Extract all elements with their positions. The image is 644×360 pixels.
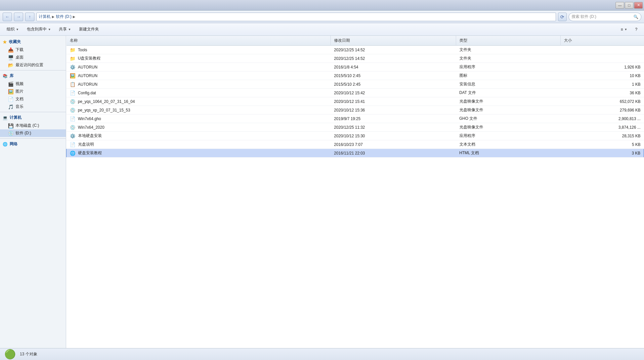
minimize-button[interactable]: —	[616, 2, 624, 9]
sidebar-section-computer: 💻 计算机 💾 本地磁盘 (C:) 💿 软件 (D:)	[0, 113, 66, 137]
file-icon: 💿	[70, 125, 75, 130]
file-name-cell: 📋AUTORUN	[66, 80, 331, 89]
sidebar-computer-header[interactable]: 💻 计算机	[0, 113, 66, 122]
refresh-button[interactable]: ⟳	[558, 13, 567, 21]
file-size: 279,696 KB	[560, 106, 644, 114]
file-name: AUTORUN	[78, 73, 98, 78]
sidebar-section-favorites: ★ 收藏夹 📥 下载 🖥️ 桌面 📂 最近访问的位置	[0, 38, 66, 69]
file-icon: 💿	[70, 108, 75, 113]
sidebar-item-desktop[interactable]: 🖥️ 桌面	[0, 54, 66, 61]
breadcrumb-software[interactable]: 软件 (D:)	[56, 14, 71, 20]
table-row[interactable]: 📋AUTORUN2015/5/10 2:45安装信息1 KB	[66, 80, 644, 89]
table-row[interactable]: 📄Config.dat2020/10/12 15:42DAT 文件36 KB	[66, 89, 644, 97]
forward-button[interactable]: →	[14, 13, 23, 21]
file-name-cell: 📁Tools	[66, 46, 331, 54]
sidebar-library-header[interactable]: 📚 库	[0, 72, 66, 80]
sidebar-network-header[interactable]: 🌐 网络	[0, 140, 66, 148]
file-modified: 2020/10/12 15:42	[331, 89, 456, 97]
col-header-type[interactable]: 类型	[456, 36, 561, 46]
download-label: 下载	[16, 47, 23, 53]
sidebar-favorites-header[interactable]: ★ 收藏夹	[0, 38, 66, 46]
file-icon: 📁	[70, 47, 75, 53]
file-type: DAT 文件	[456, 89, 561, 97]
up-button[interactable]: ↑	[25, 13, 34, 21]
view-chevron-icon: ▼	[624, 28, 627, 31]
breadcrumb[interactable]: 计算机 ▶ 软件 (D:) ▶	[36, 13, 556, 21]
table-row[interactable]: ⚙️AUTORUN2016/1/8 4:54应用程序1,926 KB	[66, 63, 644, 71]
table-row[interactable]: 🌐硬盘安装教程2016/11/21 22:03HTML 文档3 KB	[66, 149, 644, 158]
col-header-name[interactable]: 名称	[66, 36, 331, 46]
view-button[interactable]: ≡ ▼	[617, 25, 630, 34]
file-name: pe_yqs_xp_20_07_31_15_53	[78, 108, 130, 112]
file-name: Win7x64.gho	[78, 116, 101, 121]
table-row[interactable]: 🖼️AUTORUN2015/5/10 2:45图标10 KB	[66, 71, 644, 80]
file-icon: 📄	[70, 116, 75, 121]
file-area: 名称 修改日期 类型 大小 📁Tools2020/12/25 14:52文件夹📁…	[66, 36, 644, 348]
status-count: 13 个对象	[20, 351, 37, 357]
recent-icon: 📂	[8, 63, 14, 68]
table-row[interactable]: 📁Tools2020/12/25 14:52文件夹	[66, 46, 644, 54]
sidebar-item-music[interactable]: 🎵 音乐	[0, 103, 66, 111]
sidebar: ★ 收藏夹 📥 下载 🖥️ 桌面 📂 最近访问的位置 📚 库	[0, 36, 66, 348]
table-row[interactable]: 💿pe_yqs_xp_20_07_31_15_532020/10/12 15:3…	[66, 106, 644, 114]
col-header-size[interactable]: 大小	[560, 36, 644, 46]
new-folder-label: 新建文件夹	[79, 26, 99, 32]
video-icon: 🎬	[8, 81, 14, 87]
window-controls: — □ ✕	[616, 2, 643, 9]
music-label: 音乐	[16, 104, 23, 110]
table-row[interactable]: 💿pe_yqs_1064_20_07_31_16_042020/10/12 15…	[66, 97, 644, 106]
file-icon: 🌐	[70, 151, 75, 156]
library-icon: 📚	[3, 74, 8, 78]
toolbar: 组织 ▼ 包含到库中 ▼ 共享 ▼ 新建文件夹 ≡ ▼ ?	[0, 23, 644, 36]
new-folder-button[interactable]: 新建文件夹	[76, 25, 102, 34]
file-name-cell: 💿pe_yqs_xp_20_07_31_15_53	[66, 106, 331, 114]
close-button[interactable]: ✕	[634, 2, 643, 9]
col-header-modified[interactable]: 修改日期	[331, 36, 456, 46]
favorites-label: 收藏夹	[9, 39, 21, 45]
table-row[interactable]: ⚙️本地硬盘安装2020/10/12 15:30应用程序28,315 KB	[66, 132, 644, 140]
file-icon: 💿	[70, 99, 75, 104]
sidebar-item-download[interactable]: 📥 下载	[0, 46, 66, 54]
file-name-cell: 💿pe_yqs_1064_20_07_31_16_04	[66, 97, 331, 106]
sidebar-item-image[interactable]: 🖼️ 图片	[0, 88, 66, 95]
share-button[interactable]: 共享 ▼	[56, 25, 74, 34]
file-name-cell: 📄Win7x64.gho	[66, 114, 331, 123]
table-row[interactable]: 📄Win7x64.gho2019/9/7 19:25GHO 文件2,900,81…	[66, 114, 644, 123]
breadcrumb-computer[interactable]: 计算机	[39, 14, 51, 20]
organize-button[interactable]: 组织 ▼	[3, 25, 22, 34]
table-row[interactable]: 📁U盘安装教程2020/12/25 14:52文件夹	[66, 54, 644, 63]
file-size: 2,900,813 ...	[560, 114, 644, 123]
sidebar-item-software-d[interactable]: 💿 软件 (D:)	[0, 129, 66, 137]
sidebar-item-video[interactable]: 🎬 视频	[0, 80, 66, 88]
file-name-cell: 💿Win7x64_2020	[66, 123, 331, 132]
file-type: GHO 文件	[456, 114, 561, 123]
file-type: 应用程序	[456, 132, 561, 140]
file-modified: 2020/10/12 15:30	[331, 132, 456, 140]
sidebar-item-doc[interactable]: 📄 文档	[0, 95, 66, 103]
file-size: 652,072 KB	[560, 97, 644, 106]
address-bar: ← → ↑ 计算机 ▶ 软件 (D:) ▶ ⟳ 搜索 软件 (D:) 🔍	[0, 11, 644, 23]
library-label: 库	[10, 73, 14, 79]
include-library-button[interactable]: 包含到库中 ▼	[23, 25, 54, 34]
back-button[interactable]: ←	[3, 13, 12, 21]
sidebar-item-local-c[interactable]: 💾 本地磁盘 (C:)	[0, 122, 66, 129]
table-row[interactable]: 💿Win7x64_20202020/12/25 11:32光盘映像文件3,874…	[66, 123, 644, 132]
file-name-cell: 📄Config.dat	[66, 89, 331, 97]
file-size: 5 KB	[560, 140, 644, 149]
table-row[interactable]: 📄光盘说明2016/10/23 7:07文本文档5 KB	[66, 140, 644, 149]
drive-d-icon: 💿	[8, 131, 14, 136]
include-label: 包含到库中	[27, 26, 47, 32]
help-icon: ?	[635, 27, 637, 32]
file-name: pe_yqs_1064_20_07_31_16_04	[78, 99, 135, 104]
search-bar[interactable]: 搜索 软件 (D:) 🔍	[569, 13, 641, 21]
sidebar-item-recent[interactable]: 📂 最近访问的位置	[0, 61, 66, 69]
recent-label: 最近访问的位置	[16, 62, 43, 68]
maximize-button[interactable]: □	[625, 2, 633, 9]
share-chevron-icon: ▼	[68, 28, 71, 31]
breadcrumb-arrow2: ▶	[73, 15, 75, 19]
file-icon: ⚙️	[70, 133, 75, 139]
file-name: Win7x64_2020	[78, 125, 105, 130]
help-button[interactable]: ?	[632, 25, 641, 34]
table-header-row: 名称 修改日期 类型 大小	[66, 36, 644, 46]
file-name: 硬盘安装教程	[78, 150, 102, 156]
